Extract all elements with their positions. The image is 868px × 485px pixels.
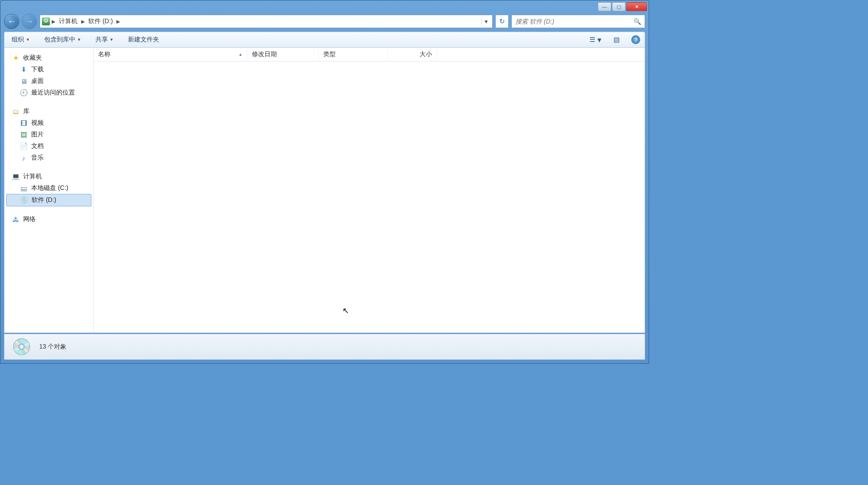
search-input[interactable] [515,18,631,25]
chevron-down-icon: ▼ [596,36,603,44]
newfolder-label: 新建文件夹 [128,36,159,44]
picture-icon: 🖼 [20,131,28,139]
star-icon: ★ [12,54,20,62]
sidebar-item-label: 文档 [31,142,44,150]
favorites-header[interactable]: ★收藏夹 [4,52,93,64]
maximize-button[interactable]: ▢ [612,2,625,11]
music-icon: ♪ [20,154,28,162]
computer-group: 💻计算机 🖴本地磁盘 (C:) 💿软件 (D:) [4,171,93,206]
sidebar-item-label: 软件 (D:) [32,196,56,204]
search-icon: 🔍 [634,18,641,25]
chevron-down-icon: ▼ [77,37,81,42]
window-controls: — ▢ ✕ [598,2,647,11]
column-size[interactable]: 大小 [388,48,437,61]
breadcrumb-separator: ▶ [81,19,85,25]
organize-menu[interactable]: 组织▼ [9,34,33,45]
sidebar-item-videos[interactable]: 🎞视频 [4,117,93,129]
library-label: 库 [23,107,29,115]
sidebar-item-downloads[interactable]: ⬇下载 [4,64,93,75]
file-pane: 名称▲ 修改日期 类型 大小 ↖ [94,48,645,333]
titlebar: — ▢ ✕ [0,0,649,13]
include-label: 包含到库中 [44,36,75,44]
recent-icon: 🕘 [20,89,28,97]
sidebar-item-drive-c[interactable]: 🖴本地磁盘 (C:) [4,182,93,194]
download-icon: ⬇ [20,66,28,74]
computer-header[interactable]: 💻计算机 [4,171,93,182]
drive-icon: 💿 [20,196,28,204]
navigation-bar: ← → ▶ 计算机 ▶ 软件 (D:) ▶ ▾ ↻ 🔍 [4,13,645,30]
document-icon: 📄 [20,142,28,150]
column-label: 名称 [98,50,111,58]
sidebar-item-recent[interactable]: 🕘最近访问的位置 [4,87,93,99]
network-header[interactable]: 🖧网络 [4,214,93,225]
drive-icon: 🖴 [20,184,28,192]
breadcrumb-computer[interactable]: 计算机 [57,16,79,26]
sidebar-item-label: 本地磁盘 (C:) [31,184,68,192]
sidebar-item-drive-d[interactable]: 💿软件 (D:) [6,194,91,206]
chevron-down-icon: ▼ [110,37,114,42]
computer-label: 计算机 [23,173,42,181]
sort-asc-icon: ▲ [239,52,243,57]
sidebar-item-label: 桌面 [31,77,44,85]
explorer-window: — ▢ ✕ ← → ▶ 计算机 ▶ 软件 (D:) ▶ ▾ ↻ 🔍 组织▼ 包含… [0,0,649,364]
forward-button[interactable]: → [22,14,37,29]
network-label: 网络 [23,215,36,223]
column-type[interactable]: 类型 [319,48,388,61]
sidebar-item-documents[interactable]: 📄文档 [4,140,93,152]
breadcrumb-drive[interactable]: 软件 (D:) [86,16,115,26]
sidebar-item-label: 图片 [31,131,44,139]
desktop-icon: 🖥 [20,77,28,85]
share-label: 共享 [95,36,108,44]
column-headers: 名称▲ 修改日期 类型 大小 [94,48,645,62]
share-menu[interactable]: 共享▼ [93,34,116,45]
status-text: 13 个对象 [39,343,66,351]
search-box[interactable]: 🔍 [511,15,645,28]
file-list[interactable]: ↖ [94,62,645,333]
video-icon: 🎞 [20,119,28,127]
drive-icon [42,17,50,25]
minimize-button[interactable]: — [598,2,611,11]
address-dropdown[interactable]: ▾ [481,18,490,25]
sidebar-item-label: 音乐 [31,154,44,162]
column-label: 修改日期 [252,50,277,58]
organize-label: 组织 [12,36,24,44]
view-icon: ☰ [589,36,595,44]
column-label: 类型 [323,50,336,58]
library-group: 🗂库 🎞视频 🖼图片 📄文档 ♪音乐 [4,106,93,164]
column-date[interactable]: 修改日期 [247,48,319,61]
library-header[interactable]: 🗂库 [4,106,93,117]
status-bar: 💿 13 个对象 [4,334,645,360]
network-icon: 🖧 [12,215,20,223]
main-area: ★收藏夹 ⬇下载 🖥桌面 🕘最近访问的位置 🗂库 🎞视频 🖼图片 📄文档 ♪音乐… [4,48,645,333]
help-button[interactable]: ? [631,35,640,44]
refresh-button[interactable]: ↻ [495,15,509,28]
column-label: 大小 [420,50,432,58]
favorites-group: ★收藏夹 ⬇下载 🖥桌面 🕘最近访问的位置 [4,52,93,99]
sidebar-item-label: 下载 [31,66,44,74]
breadcrumb-separator: ▶ [52,19,55,25]
preview-pane-button[interactable]: ▤ [611,34,622,45]
address-bar[interactable]: ▶ 计算机 ▶ 软件 (D:) ▶ ▾ [40,15,493,28]
chevron-down-icon: ▼ [26,37,30,42]
column-name[interactable]: 名称▲ [94,48,247,61]
sidebar-item-desktop[interactable]: 🖥桌面 [4,75,93,87]
favorites-label: 收藏夹 [23,54,42,62]
new-folder-button[interactable]: 新建文件夹 [125,34,162,45]
sidebar-item-pictures[interactable]: 🖼图片 [4,129,93,140]
sidebar-item-music[interactable]: ♪音乐 [4,152,93,164]
navigation-sidebar: ★收藏夹 ⬇下载 🖥桌面 🕘最近访问的位置 🗂库 🎞视频 🖼图片 📄文档 ♪音乐… [4,48,94,333]
drive-status-icon: 💿 [11,336,32,358]
breadcrumb-separator: ▶ [116,19,120,25]
toolbar: 组织▼ 包含到库中▼ 共享▼ 新建文件夹 ☰▼ ▤ ? [4,32,645,48]
preview-pane-icon: ▤ [613,36,620,44]
sidebar-item-label: 视频 [31,119,44,127]
back-button[interactable]: ← [4,14,19,29]
network-group: 🖧网络 [4,214,93,225]
computer-icon: 💻 [12,173,20,181]
close-button[interactable]: ✕ [626,2,647,11]
include-library-menu[interactable]: 包含到库中▼ [41,34,84,45]
library-icon: 🗂 [12,107,20,115]
view-options-button[interactable]: ☰▼ [590,34,602,45]
sidebar-item-label: 最近访问的位置 [31,89,75,97]
cursor-icon: ↖ [342,306,349,316]
